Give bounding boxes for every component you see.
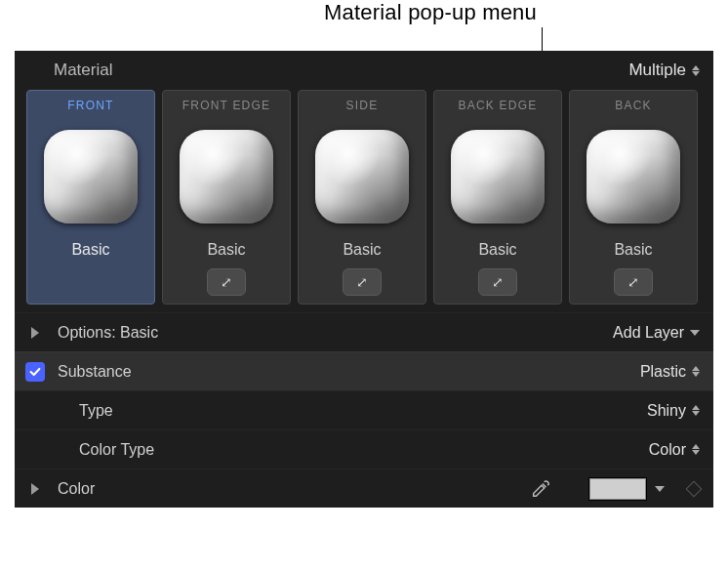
checkmark-icon: [28, 365, 42, 379]
color-swatch[interactable]: [588, 477, 647, 501]
type-row: Type Shiny: [15, 390, 713, 429]
facet-expand-button[interactable]: ⤢: [343, 268, 382, 296]
facet-title-label: FRONT EDGE: [182, 91, 270, 118]
chevron-down-icon[interactable]: [655, 486, 665, 492]
expand-arrows-icon: ⤢: [627, 275, 639, 289]
color-type-row: Color Type Color: [15, 429, 713, 468]
facet-expand-button[interactable]: ⤢: [614, 268, 653, 296]
substance-checkbox[interactable]: [25, 362, 45, 382]
chevron-down-icon: [690, 330, 700, 336]
rounded-cube-icon: [44, 130, 138, 224]
eyedropper-icon[interactable]: [530, 478, 551, 500]
facet-front[interactable]: FRONT Basic: [26, 90, 155, 305]
material-popup-menu[interactable]: Multiple: [628, 61, 700, 80]
color-type-label: Color Type: [79, 441, 154, 459]
color-type-value: Color: [649, 441, 686, 459]
callout-area: Material pop-up menu: [0, 0, 728, 51]
substance-popup[interactable]: Plastic: [640, 363, 700, 381]
material-preview: [303, 118, 421, 235]
callout-label: Material pop-up menu: [244, 0, 537, 25]
updown-arrows-icon: [692, 366, 700, 377]
type-value: Shiny: [647, 402, 686, 420]
material-title-label: Material: [54, 61, 112, 80]
facet-material-name: Basic: [343, 241, 381, 259]
facet-selector-row: FRONT Basic FRONT EDGE Basic ⤢ SIDE Basi…: [15, 90, 713, 312]
options-label: Options: Basic: [58, 324, 158, 342]
facet-front-edge[interactable]: FRONT EDGE Basic ⤢: [162, 90, 291, 305]
substance-value: Plastic: [640, 363, 686, 381]
disclosure-toggle[interactable]: [24, 483, 46, 495]
facet-title-label: SIDE: [346, 91, 379, 118]
material-inspector-panel: Material Multiple FRONT Basic FRONT EDGE…: [15, 51, 713, 508]
color-label: Color: [58, 480, 95, 498]
facet-material-name: Basic: [614, 241, 652, 259]
updown-arrows-icon: [692, 444, 700, 455]
material-popup-value: Multiple: [628, 61, 686, 80]
type-popup[interactable]: Shiny: [647, 402, 700, 420]
facet-material-name: Basic: [478, 241, 516, 259]
updown-arrows-icon: [692, 405, 700, 416]
material-preview: [168, 118, 285, 235]
add-layer-label: Add Layer: [613, 324, 684, 342]
substance-label: Substance: [58, 363, 132, 381]
color-row: Color: [15, 468, 713, 508]
material-preview: [32, 118, 149, 235]
rounded-cube-icon: [180, 130, 273, 224]
disclosure-toggle[interactable]: [24, 327, 46, 339]
facet-material-name: Basic: [71, 241, 109, 259]
type-label: Type: [79, 402, 113, 420]
substance-row: Substance Plastic: [15, 351, 713, 390]
material-header-row: Material Multiple: [15, 51, 713, 90]
rounded-cube-icon: [586, 130, 680, 224]
facet-title-label: BACK EDGE: [459, 91, 538, 118]
facet-expand-button[interactable]: ⤢: [207, 268, 246, 296]
expand-arrows-icon: ⤢: [356, 275, 368, 289]
add-layer-popup[interactable]: Add Layer: [613, 324, 700, 342]
material-preview: [575, 118, 692, 235]
expand-arrows-icon: ⤢: [492, 275, 504, 289]
facet-title-label: BACK: [615, 91, 651, 118]
chevron-right-icon: [31, 327, 39, 339]
material-preview: [439, 118, 556, 235]
keyframe-diamond-icon[interactable]: [686, 480, 703, 497]
expand-arrows-icon: ⤢: [221, 275, 232, 289]
facet-back-edge[interactable]: BACK EDGE Basic ⤢: [433, 90, 562, 305]
facet-back[interactable]: BACK Basic ⤢: [569, 90, 698, 305]
options-row: Options: Basic Add Layer: [15, 312, 713, 351]
rounded-cube-icon: [451, 130, 545, 224]
facet-expand-button[interactable]: ⤢: [478, 268, 517, 296]
rounded-cube-icon: [315, 130, 409, 224]
color-type-popup[interactable]: Color: [649, 441, 700, 459]
chevron-right-icon: [31, 483, 39, 495]
facet-material-name: Basic: [207, 241, 245, 259]
facet-title-label: FRONT: [67, 91, 113, 118]
updown-arrows-icon: [692, 65, 700, 76]
facet-side[interactable]: SIDE Basic ⤢: [298, 90, 426, 305]
